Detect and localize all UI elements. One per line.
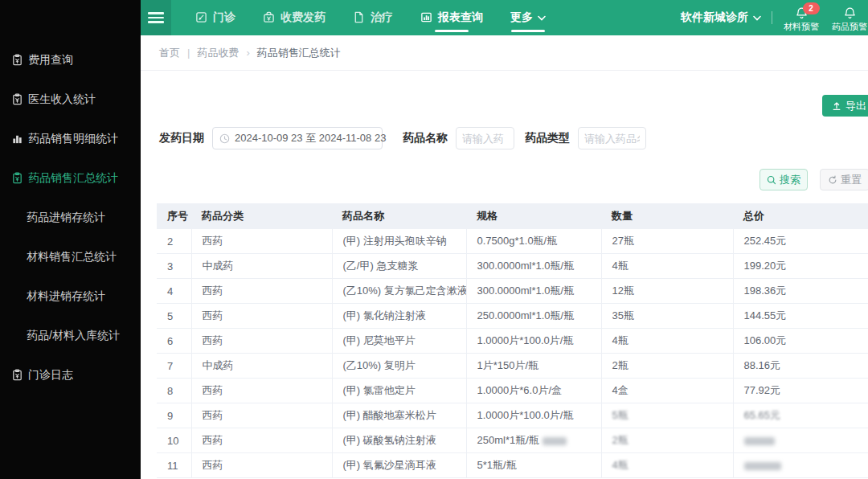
nav-item-2[interactable]: 收费发药 xyxy=(263,0,326,35)
nav-item-label: 更多 xyxy=(510,10,533,25)
alert-2[interactable]: 药品预警 xyxy=(831,4,868,31)
table-row[interactable]: 3中成药(乙/甲) 急支糖浆300.0000ml*1.0瓶/瓶4瓶199.20元 xyxy=(157,254,868,279)
table-row[interactable]: 11西药(甲) 氧氟沙星滴耳液5*1瓶/瓶4瓶 xyxy=(157,453,868,478)
clinic-selector[interactable]: 软件新城诊所 xyxy=(681,10,761,25)
sidebar-item-label: 费用查询 xyxy=(28,53,73,68)
breadcrumb-separator: › xyxy=(246,47,249,59)
table-row[interactable]: 10西药(甲) 碳酸氢钠注射液250ml*1瓶/瓶2瓶 xyxy=(157,428,868,453)
sidebar-item-1[interactable]: 费用查询 xyxy=(0,40,141,80)
table-cell: (乙10%) 复明片 xyxy=(332,354,466,379)
drug-name-input[interactable] xyxy=(456,127,514,149)
alert-badge: 2 xyxy=(803,2,820,14)
nav-item-5[interactable]: 更多 xyxy=(510,0,546,35)
search-icon xyxy=(767,175,776,185)
sidebar-item-label: 药品销售汇总统计 xyxy=(28,171,118,186)
nav-right: 软件新城诊所 2材料预警药品预警 xyxy=(681,4,868,31)
table-cell: 6 xyxy=(157,329,191,354)
nav-item-1[interactable]: 门诊 xyxy=(195,0,235,35)
table-cell: 3 xyxy=(157,254,191,279)
sidebar-item-3[interactable]: 药品销售明细统计 xyxy=(0,119,141,158)
bell-icon xyxy=(843,6,857,21)
breadcrumb-item-1[interactable]: 首页 xyxy=(159,46,180,60)
drug-name-label: 药品名称 xyxy=(403,131,448,145)
table-cell: 1.0000片*100.0片/瓶 xyxy=(466,329,601,354)
sidebar-item-label: 药品进销存统计 xyxy=(27,211,105,225)
alert-label: 药品预警 xyxy=(832,22,867,31)
search-button[interactable]: 搜索 xyxy=(760,169,808,190)
nav-item-label: 门诊 xyxy=(213,10,235,25)
drug-type-input[interactable] xyxy=(578,127,646,149)
table-row[interactable]: 6西药(甲) 尼莫地平片1.0000片*100.0片/瓶4瓶106.00元 xyxy=(157,329,868,354)
redacted-smudge xyxy=(542,437,567,445)
table-cell: 11 xyxy=(157,453,191,478)
sidebar-item-label: 药品销售明细统计 xyxy=(28,132,118,146)
sidebar-item-4[interactable]: 药品销售汇总统计 xyxy=(0,158,141,198)
redacted-smudge xyxy=(744,437,775,445)
export-label: 导出 xyxy=(845,99,866,113)
nav-item-4[interactable]: 报表查询 xyxy=(420,0,483,35)
date-range-input[interactable]: 2024-10-09 23 至 2024-11-08 23 xyxy=(212,127,383,149)
table-cell: 250ml*1瓶/瓶 xyxy=(466,428,601,453)
fee-clipboard-icon xyxy=(10,368,24,382)
table-cell: 77.92元 xyxy=(733,379,868,403)
drug-type-label: 药品类型 xyxy=(525,131,570,145)
hamburger-menu-button[interactable] xyxy=(141,0,171,35)
table-cell: (甲) 氯雷他定片 xyxy=(332,379,466,403)
bell-icon: 2 xyxy=(795,6,809,21)
sidebar-menu: 费用查询医生收入统计药品销售明细统计药品销售汇总统计药品进销存统计材料销售汇总统… xyxy=(0,40,141,395)
sidebar-item-5[interactable]: 药品进销存统计 xyxy=(0,198,141,237)
table-cell: 12瓶 xyxy=(601,279,733,304)
filter-bar: 发药日期 2024-10-09 23 至 2024-11-08 23 药品名称 … xyxy=(159,127,646,149)
nav-item-3[interactable]: 治疗 xyxy=(353,0,393,35)
table-cell: 中成药 xyxy=(191,354,332,379)
outpatient-icon xyxy=(195,11,208,24)
sidebar-item-2[interactable]: 医生收入统计 xyxy=(0,80,141,119)
clock-icon xyxy=(219,133,230,144)
top-navbar: 门诊收费发药治疗报表查询更多 软件新城诊所 2材料预警药品预警 xyxy=(141,0,868,35)
reset-icon xyxy=(828,175,837,185)
table-row[interactable]: 8西药(甲) 氯雷他定片1.0000片*6.0片/盒4盒77.92元 xyxy=(157,379,868,403)
table-cell: (甲) 醋酸地塞米松片 xyxy=(332,403,466,428)
table-cell: 西药 xyxy=(191,229,332,254)
sidebar-item-6[interactable]: 材料销售汇总统计 xyxy=(0,237,141,276)
table-row[interactable]: 7中成药(乙10%) 复明片1片*150片/瓶2瓶88.16元 xyxy=(157,354,868,379)
charge-dispense-icon xyxy=(263,11,276,24)
sidebar-item-8[interactable]: 药品/材料入库统计 xyxy=(0,316,141,355)
breadcrumb-item-2[interactable]: 药品收费 xyxy=(197,46,239,60)
table-cell: 1.0000片*6.0片/盒 xyxy=(466,379,601,403)
table-cell: 1.0000片*100.0片/瓶 xyxy=(466,403,601,428)
table-header-row: 序号药品分类药品名称规格数量总价 xyxy=(157,203,868,229)
chevron-down-icon xyxy=(753,15,761,21)
table-cell: (乙/甲) 急支糖浆 xyxy=(332,254,466,279)
alert-1[interactable]: 2材料预警 xyxy=(783,4,820,31)
table-cell: 西药 xyxy=(191,379,332,403)
table-cell: 27瓶 xyxy=(601,229,733,254)
sidebar-item-7[interactable]: 材料进销存统计 xyxy=(0,276,141,316)
column-header: 规格 xyxy=(466,203,601,229)
reset-label: 重置 xyxy=(841,173,862,187)
table-cell: 8 xyxy=(157,379,191,403)
table-row[interactable]: 5西药(甲) 氯化钠注射液250.0000ml*1.0瓶/瓶35瓶144.55元 xyxy=(157,304,868,329)
table-cell: 106.00元 xyxy=(733,329,868,354)
table-cell: 4瓶 xyxy=(601,453,733,478)
redacted-smudge xyxy=(744,462,781,470)
table-cell: 10 xyxy=(157,428,191,453)
treatment-icon xyxy=(353,11,366,24)
report-query-icon xyxy=(420,11,433,24)
table-row[interactable]: 4西药(乙10%) 复方氯己定含漱液300.0000ml*1.0瓶/瓶12瓶19… xyxy=(157,279,868,304)
nav-item-label: 报表查询 xyxy=(438,10,483,25)
sidebar-item-label: 材料销售汇总统计 xyxy=(27,250,117,264)
reset-button[interactable]: 重置 xyxy=(820,169,868,190)
export-button[interactable]: 导出 xyxy=(822,95,868,117)
table-cell: 2 xyxy=(157,229,191,254)
table-cell: 4盒 xyxy=(601,379,733,403)
nav-item-label: 收费发药 xyxy=(280,10,326,25)
table-cell: 199.20元 xyxy=(733,254,868,279)
main-content: 首页|药品收费›药品销售汇总统计 导出 发药日期 2024-10-09 23 至… xyxy=(141,35,868,479)
sidebar-item-9[interactable]: 门诊日志 xyxy=(0,355,141,395)
table-row[interactable]: 2西药(甲) 注射用头孢呋辛钠0.7500g*1.0瓶/瓶27瓶252.45元 xyxy=(157,229,868,254)
breadcrumb-item-3: 药品销售汇总统计 xyxy=(257,46,341,60)
table-row[interactable]: 9西药(甲) 醋酸地塞米松片1.0000片*100.0片/瓶5瓶65.65元 xyxy=(157,403,868,428)
table-cell: 7 xyxy=(157,354,191,379)
drug-sales-summary-table: 序号药品分类药品名称规格数量总价 2西药(甲) 注射用头孢呋辛钠0.7500g*… xyxy=(157,203,868,478)
